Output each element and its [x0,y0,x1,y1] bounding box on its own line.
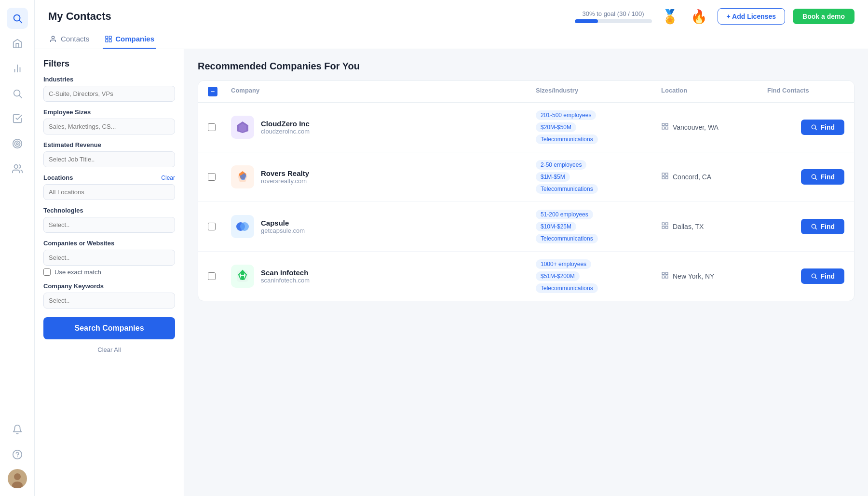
sidebar-icon-search[interactable] [7,8,28,29]
filter-company-keywords: Company Keywords [43,282,175,308]
exact-match-row: Use exact match [43,268,175,276]
location-4: New York, NY [673,272,714,280]
company-cell-2: Rovers Realty roversrealty.com [231,165,536,188]
find-button-4[interactable]: Find [801,268,844,284]
col-sizes-industry: Sizes/Industry [536,87,661,96]
add-licenses-button[interactable]: + Add Licenses [718,8,786,25]
filter-locations: Locations Clear [43,174,175,200]
filters-title: Filters [43,59,175,69]
find-button-3[interactable]: Find [801,219,844,234]
company-cell-4: Scan Infotech scaninfotech.com [231,265,536,288]
sidebar-icon-bell[interactable] [7,419,28,440]
svg-line-6 [19,95,22,98]
svg-rect-17 [106,36,108,39]
sidebar-icon-tasks[interactable] [7,108,28,129]
progress-bar-fill [575,19,598,23]
sidebar-icon-home[interactable] [7,33,28,54]
companies-table: Company Sizes/Industry Location Find Con… [198,80,854,301]
company-logo-2 [231,165,254,188]
progress-container: 30% to goal (30 / 100) [575,10,652,23]
flame-icon[interactable]: 🔥 [689,6,710,27]
tab-companies[interactable]: Companies [103,32,156,49]
filter-employee-sizes: Employee Sizes [43,108,175,134]
sidebar-icon-target[interactable] [7,133,28,154]
svg-rect-43 [665,226,668,228]
book-demo-button[interactable]: Book a demo [793,9,854,24]
companies-area: Recommended Companies For You Company Si… [184,49,868,496]
location-cell-2: Concord, CA [661,172,767,182]
find-button-2[interactable]: Find [801,169,844,185]
building-icon-3 [661,222,669,231]
svg-rect-18 [109,36,112,39]
filter-estimated-revenue: Estimated Revenue [43,141,175,167]
filter-locations-clear[interactable]: Clear [161,174,175,181]
filter-company-keywords-input[interactable] [43,293,175,308]
sidebar-icon-search2[interactable] [7,83,28,104]
company-domain-3: getcapsule.com [261,227,305,234]
location-cell-1: Vancouver, WA [661,122,767,132]
filter-companies-websites: Companies or Websites Use exact match [43,240,175,276]
svg-rect-51 [662,276,665,278]
company-cell-1: CloudZero Inc cloudzeroinc.com [231,116,536,139]
find-cell-4: Find [767,268,844,284]
table-row: Scan Infotech scaninfotech.com 1000+ emp… [198,252,854,301]
header: My Contacts 30% to goal (30 / 100) 🏅 🔥 +… [35,0,868,49]
sidebar-icon-people[interactable] [7,158,28,179]
svg-line-37 [815,178,817,180]
tags-cell-2: 2-50 employees $1M-$5M Telecommunication… [536,160,661,194]
filter-employee-sizes-input[interactable] [43,119,175,134]
table-row: Rovers Realty roversrealty.com 2-50 empl… [198,152,854,202]
company-cell-3: Capsule getcapsule.com [231,215,536,238]
filter-industries-label: Industries [43,76,175,83]
tags-cell-1: 201-500 employees $20M-$50M Telecommunic… [536,110,661,144]
exact-match-checkbox[interactable] [43,268,51,276]
svg-point-44 [812,224,816,228]
company-name-1: CloudZero Inc [261,120,310,128]
find-cell-2: Find [767,169,844,185]
user-avatar[interactable] [8,469,27,488]
svg-rect-25 [662,127,665,129]
exact-match-label: Use exact match [54,268,101,276]
svg-rect-41 [665,223,668,225]
table-row: CloudZero Inc cloudzeroinc.com 201-500 e… [198,103,854,152]
filter-locations-input[interactable] [43,184,175,200]
sidebar-icon-chart[interactable] [7,58,28,79]
location-2: Concord, CA [673,173,711,181]
row-checkbox-2[interactable] [208,173,216,181]
svg-point-8 [14,141,20,147]
table-row: Capsule getcapsule.com 51-200 employees … [198,202,854,252]
tags-cell-3: 51-200 employees $10M-$25M Telecommunica… [536,210,661,243]
filter-industries-input[interactable] [43,86,175,102]
svg-point-39 [240,222,249,231]
tag-1-2: Telecommunications [536,134,598,144]
company-name-3: Capsule [261,219,305,227]
select-all-checkbox[interactable] [208,87,217,96]
filter-technologies-input[interactable] [43,217,175,233]
filter-estimated-revenue-input[interactable] [43,151,175,167]
svg-rect-48 [241,272,244,280]
svg-rect-40 [662,223,665,225]
tabs: Contacts Companies [48,32,854,49]
filter-companies-websites-input[interactable] [43,250,175,266]
header-actions: 30% to goal (30 / 100) 🏅 🔥 + Add License… [575,6,854,27]
svg-point-10 [14,165,17,168]
row-checkbox-4[interactable] [208,272,216,280]
building-icon-2 [661,172,669,182]
find-button-1[interactable]: Find [801,120,844,135]
svg-point-16 [52,36,54,39]
tag-1-0: 201-500 employees [536,110,596,120]
sidebar-icon-help[interactable] [7,444,28,465]
location-1: Vancouver, WA [673,123,719,131]
tab-contacts[interactable]: Contacts [48,32,91,49]
row-checkbox-3[interactable] [208,223,216,230]
search-companies-button[interactable]: Search Companies [43,317,175,339]
companies-heading: Recommended Companies For You [198,61,854,72]
filter-technologies: Technologies [43,207,175,233]
row-checkbox-1[interactable] [208,123,216,131]
company-logo-1 [231,116,254,139]
svg-line-28 [815,129,817,130]
tag-3-1: $10M-$25M [536,222,576,231]
svg-rect-35 [665,176,668,179]
clear-all-button[interactable]: Clear All [43,346,175,353]
trophy-icon[interactable]: 🏅 [660,6,681,27]
